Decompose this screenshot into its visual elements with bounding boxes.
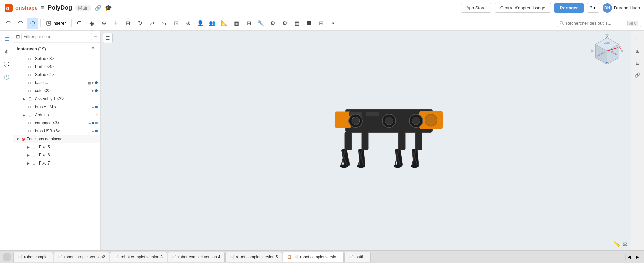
- scale-br-icon[interactable]: ⚖: [623, 241, 627, 247]
- nav-cube[interactable]: X Y Z Avant Droite Dessous: [590, 34, 624, 68]
- add-part-icon[interactable]: ⊕: [1, 46, 12, 57]
- layers-tool-button[interactable]: ⊟: [315, 18, 327, 29]
- filter-input[interactable]: [21, 33, 92, 40]
- tab-robot-complet-active[interactable]: 📋 📄 robot complet versio...: [283, 252, 344, 262]
- rotate-tool-button[interactable]: ↻: [134, 18, 146, 29]
- insert-button[interactable]: Insérer: [43, 19, 69, 27]
- help-button[interactable]: ? ▼: [587, 3, 599, 13]
- transform-tool-button[interactable]: ⊞: [122, 18, 133, 29]
- tab-robot-complet[interactable]: 📄 robot complet: [13, 252, 53, 262]
- tab-prev-button[interactable]: ◀: [625, 254, 633, 260]
- tree-item-carapace[interactable]: □ carapace <3> ⇐: [13, 119, 100, 127]
- assembly-tool-button[interactable]: 🔧: [255, 18, 266, 29]
- cube-view-icon[interactable]: ◻: [632, 34, 643, 44]
- hamburger-icon[interactable]: ≡: [41, 4, 45, 11]
- tab-robot-complet-v3[interactable]: 📄 robot complet version 3: [110, 252, 167, 262]
- part-icon-bras-usb: □: [28, 129, 34, 133]
- tool-search-input[interactable]: [566, 21, 626, 26]
- tree-item-fixe5[interactable]: ▶ ⊡ Fixe 5: [13, 143, 100, 151]
- visibility-icon[interactable]: ⊟: [632, 58, 643, 68]
- select-tool-button[interactable]: ⊡: [170, 18, 182, 29]
- app-store-button[interactable]: App Store: [461, 3, 491, 13]
- move-tool-button[interactable]: ✛: [110, 18, 121, 29]
- list-view-mini-button[interactable]: ☰: [103, 33, 113, 43]
- base-badge-grid: ▦: [88, 81, 91, 85]
- bottom-tabs: + 📄 robot complet 📄 robot complet versio…: [0, 250, 644, 263]
- bars-tool-button[interactable]: ▤: [291, 18, 303, 29]
- tree-item-fixe6[interactable]: ▶ ⊡ Fixe 6: [13, 151, 100, 159]
- redo-button[interactable]: [15, 18, 26, 29]
- tab-robot-complet-v5[interactable]: 📄 robot complet version 5: [225, 252, 282, 262]
- more-tools-button[interactable]: ▼: [327, 18, 339, 29]
- tree-item-cote[interactable]: □ cote <2> ⇐: [13, 87, 100, 95]
- comments-icon[interactable]: 💬: [1, 59, 12, 70]
- sphere-tool-button[interactable]: ◉: [86, 18, 97, 29]
- part-icon-base: □: [28, 80, 34, 85]
- add-instance-button[interactable]: ⊞: [89, 45, 97, 53]
- render-tool-button[interactable]: 🖼: [303, 18, 315, 29]
- flip-tool-button[interactable]: ⇆: [158, 18, 170, 29]
- robot-svg: [305, 82, 473, 176]
- help-chevron-icon: ▼: [593, 6, 596, 10]
- undo-icon: [5, 20, 11, 26]
- move2-tool-button[interactable]: ⇄: [146, 18, 158, 29]
- part-icon-carapace: □: [28, 121, 34, 125]
- person-tool-button[interactable]: 👤: [195, 18, 206, 29]
- orbit-tool-button[interactable]: ⊕: [98, 18, 109, 29]
- measure-br-icon[interactable]: 📏: [613, 241, 620, 247]
- svg-rect-28: [335, 111, 351, 128]
- branch-label[interactable]: Main: [75, 5, 91, 11]
- svg-rect-30: [366, 112, 379, 116]
- tab-icon-5a: 📋: [287, 255, 292, 259]
- svg-marker-3: [34, 22, 35, 23]
- user-avatar[interactable]: DH Durand Hugo: [603, 3, 640, 13]
- clock-tool-button[interactable]: ⏱: [74, 18, 85, 29]
- share-button[interactable]: Partager: [554, 3, 584, 13]
- explode-tool-button[interactable]: ⊛: [182, 18, 194, 29]
- tree-item-arduino[interactable]: ▶ ⊡ Arduino ... ℹ: [13, 111, 100, 119]
- svg-rect-45: [398, 132, 405, 150]
- base-badge-arrow: ⇐: [92, 81, 94, 85]
- part-icon-fixe5: ⊡: [32, 145, 38, 149]
- tab-robot-complet-v4[interactable]: 📄 robot complet version 4: [168, 252, 225, 262]
- tab-next-button[interactable]: ▶: [634, 254, 641, 260]
- tree-item-part2[interactable]: □ Part 2 <4>: [13, 63, 100, 71]
- nav-cube-svg: X Y Z Avant Droite Dessous: [590, 34, 624, 68]
- avatar-initials: DH: [604, 6, 610, 10]
- tree-item-base[interactable]: □ base ... ▦ ⇐: [13, 79, 100, 87]
- logo[interactable]: o onshape: [4, 3, 38, 13]
- tab-icon-5b: 📄: [293, 255, 298, 259]
- learning-center-button[interactable]: Centre d'apprentissage: [495, 3, 551, 13]
- link-icon[interactable]: 🔗: [95, 5, 101, 11]
- tree-item-bras-usb[interactable]: □ bras USB <6> ⇐: [13, 127, 100, 135]
- grad-icon[interactable]: 🎓: [105, 4, 112, 12]
- tree-item-bras-alim[interactable]: □ bras ALIM <... ⇐: [13, 103, 100, 111]
- settings-tool-button[interactable]: ⚙: [267, 18, 278, 29]
- tab-patti[interactable]: 📄 patti...: [344, 252, 371, 262]
- appearance-icon[interactable]: ⊞: [632, 46, 643, 56]
- svg-point-55: [394, 164, 402, 168]
- list-view-icon[interactable]: ☰: [93, 34, 98, 39]
- group-tool-button[interactable]: 👥: [207, 18, 218, 29]
- refresh-button[interactable]: [27, 18, 38, 29]
- tree-item-assembly1[interactable]: ▶ ⊡ Assembly 1 <2>: [13, 95, 100, 103]
- history-icon[interactable]: 🕐: [1, 72, 12, 82]
- undo-button[interactable]: [3, 18, 14, 29]
- tree-item-spline3[interactable]: □ Spline <3>: [13, 55, 100, 63]
- add-tab-button[interactable]: +: [3, 253, 11, 261]
- section-tool-button[interactable]: ▦: [231, 18, 242, 29]
- part-icon-spline3: □: [28, 56, 34, 61]
- constraints-icon[interactable]: 🔗: [632, 70, 643, 80]
- grid-tool-button[interactable]: ⊞: [243, 18, 254, 29]
- part-icon-cote: □: [28, 88, 34, 93]
- tree-item-fixe7[interactable]: ▶ ⊡ Fixe 7: [13, 159, 100, 167]
- viewport[interactable]: ☰ X Y Z: [101, 31, 644, 250]
- tree-item-spline4[interactable]: □ Spline <4>: [13, 71, 100, 79]
- tab-robot-complet-v2[interactable]: 📄 robot complet version2: [54, 252, 109, 262]
- display-tool-button[interactable]: ⚙: [279, 18, 290, 29]
- tree-item-fonctions[interactable]: ▼ ⊗ Fonctions de placag...: [13, 135, 100, 143]
- measure-tool-button[interactable]: 📐: [219, 18, 230, 29]
- feature-tree-icon[interactable]: [1, 34, 12, 44]
- instances-header: Instances (19) ⊞: [13, 43, 100, 55]
- help-label: ?: [590, 5, 592, 10]
